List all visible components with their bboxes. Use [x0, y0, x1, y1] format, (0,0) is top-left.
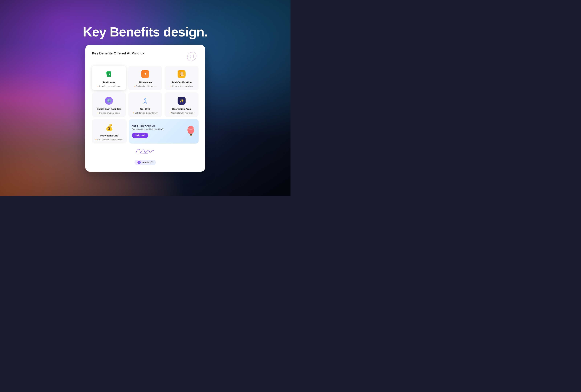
help-button[interactable]: Help me!	[132, 133, 148, 138]
allowances-desc: Fuel and mobile phone	[134, 85, 156, 87]
paid-leave-desc: Including parental leave	[98, 85, 120, 87]
benefit-provident-fund: 💰 Provident Fund Get upto 80% of total a…	[92, 119, 127, 144]
allowances-name: Allowances	[138, 81, 152, 84]
svg-rect-17	[190, 134, 191, 135]
brand-name: minuiux™	[142, 161, 153, 164]
help-title: Need Help? Ask us!	[132, 124, 184, 127]
un-opd-desc: Only for you & your family	[133, 112, 158, 114]
benefit-un-opd: Un. OPD Only for you & your family	[128, 92, 162, 117]
svg-point-4	[144, 98, 146, 100]
svg-text:$: $	[108, 73, 110, 76]
brand-pill: ✦ minuiux™	[134, 160, 156, 165]
paid-leave-name: Paid Leave	[102, 81, 116, 84]
provident-fund-desc: Get upto 80% of total amount	[96, 138, 123, 141]
bottom-row: 💰 Provident Fund Get upto 80% of total a…	[92, 119, 199, 144]
onsite-gym-name: Onsite Gym Facilities	[96, 108, 121, 110]
onsite-gym-icon: ⚙️	[104, 96, 114, 105]
help-desc: Our support team will help you ASAP!	[132, 128, 184, 131]
benefits-card: Key Benefits Offered At Minuiux: $	[85, 45, 205, 172]
help-card: Need Help? Ask us! Our support team will…	[129, 119, 199, 144]
page-title: Key Benefits design.	[83, 24, 208, 39]
card-footer: ✦ minuiux™	[92, 147, 199, 165]
provident-fund-icon: 💰	[104, 123, 114, 132]
un-opd-icon	[140, 96, 150, 105]
balloon-icon	[186, 125, 196, 138]
recreation-area-desc: Celebrate with your team	[170, 112, 193, 114]
card-header-title: Key Benefits Offered At Minuiux:	[92, 51, 146, 55]
paid-certification-name: Paid Certification	[172, 81, 192, 84]
benefit-paid-certification: 📜 Paid Certification Clame after complet…	[164, 66, 199, 90]
doodle-hand-icon	[186, 51, 199, 61]
benefit-paid-leave: $ Paid Leave Including parental leave	[92, 66, 126, 90]
recreation-area-name: Recreation Area	[172, 108, 191, 110]
onsite-gym-desc: Get free physical fitness	[98, 112, 120, 114]
paid-certification-desc: Clame after completion	[170, 85, 193, 87]
paid-certification-icon: 📜	[177, 69, 186, 79]
benefit-allowances: ✦ Allowances Fuel and mobile phone	[128, 66, 162, 90]
signature	[134, 147, 156, 158]
page-container: Key Benefits design. Key Benefits Offere…	[0, 0, 290, 196]
recreation-area-icon: ✨	[177, 96, 186, 105]
benefit-recreation-area: ✨ Recreation Area Celebrate with your te…	[164, 92, 199, 117]
allowances-icon: ✦	[140, 69, 150, 79]
provident-fund-name: Provident Fund	[100, 134, 118, 137]
help-content: Need Help? Ask us! Our support team will…	[132, 124, 184, 138]
benefits-grid: $ Paid Leave Including parental leave ✦ …	[92, 66, 199, 117]
brand-star-icon: ✦	[138, 161, 141, 164]
un-opd-name: Un. OPD	[140, 108, 150, 110]
benefit-onsite-gym: ⚙️ Onsite Gym Facilities Get free physic…	[92, 92, 126, 117]
card-header: Key Benefits Offered At Minuiux:	[92, 51, 199, 61]
paid-leave-icon: $	[104, 69, 114, 79]
